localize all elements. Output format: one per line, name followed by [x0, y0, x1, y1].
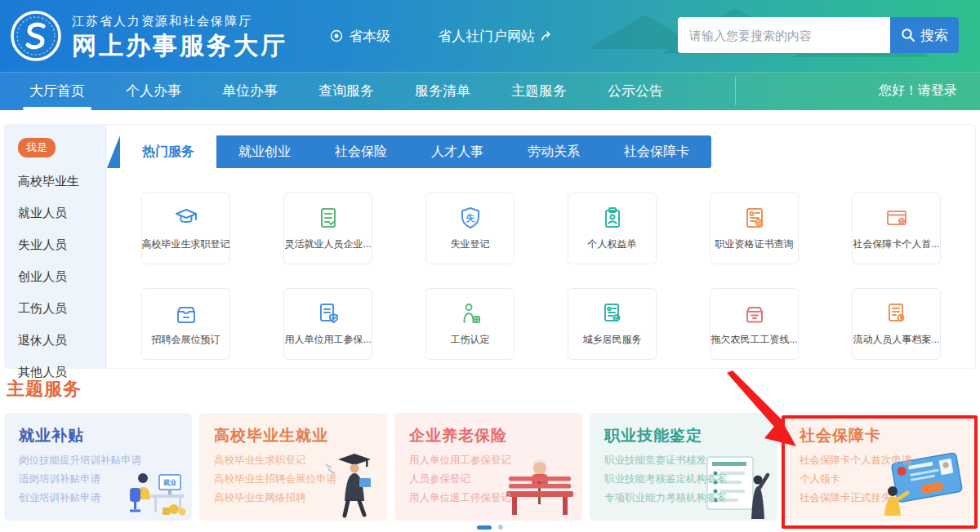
- service-card-job-fair-booth[interactable]: 招聘会展位预订: [141, 288, 230, 360]
- service-card-work-injury-determination[interactable]: 工伤认定: [425, 288, 514, 360]
- portal-site-link[interactable]: 省人社门户网站: [438, 27, 555, 46]
- role-sidebar: 我是 高校毕业生 就业人员 失业人员 创业人员 工伤人员 退休人员 其他人员: [5, 125, 107, 368]
- theme-card-link[interactable]: 创业培训补贴申请: [19, 491, 141, 505]
- theme-card-link[interactable]: 适岗培训补贴申请: [19, 472, 141, 486]
- theme-card-skill-appraisal[interactable]: 职业技能鉴定 职业技能竞赛证书核发 职业技能考核鉴定机构备案 专项职业能力考核机…: [590, 413, 777, 521]
- nav-item-service-list[interactable]: 服务清单: [403, 72, 482, 110]
- theme-card-link[interactable]: 社会保障卡个人首次申请: [800, 454, 922, 468]
- service-card-personal-rights-statement[interactable]: 个人权益单: [568, 193, 657, 264]
- theme-card-link[interactable]: 高校毕业生网络招聘: [214, 491, 336, 505]
- tab-talent[interactable]: 人才人事: [409, 135, 506, 168]
- service-card-personnel-archives[interactable]: 流动人员人事档案...: [852, 288, 941, 360]
- carousel-dot-active[interactable]: [477, 525, 492, 530]
- service-label: 用人单位用工参保...: [284, 333, 371, 347]
- theme-card-title: 高校毕业生就业: [214, 425, 387, 446]
- theme-card-link[interactable]: 高校毕业生招聘会展位申请: [214, 472, 336, 486]
- service-label: 拖欠农民工工资线...: [710, 333, 797, 347]
- external-link-icon: [541, 30, 555, 42]
- nav-item-query[interactable]: 查询服务: [307, 72, 385, 110]
- sidebar-item-unemployed[interactable]: 失业人员: [18, 237, 107, 253]
- service-card-employer-insurance[interactable]: 用人单位用工参保...: [283, 288, 372, 360]
- theme-card-link[interactable]: 专项职业能力考核机构备案: [604, 491, 727, 505]
- service-card-urban-rural-residents[interactable]: 城乡居民服务: [568, 288, 657, 360]
- service-label: 流动人员人事档案...: [853, 333, 939, 347]
- search-button[interactable]: 搜索: [890, 17, 959, 53]
- svg-text:就业: 就业: [163, 479, 177, 486]
- tab-social-insurance[interactable]: 社会保险: [313, 135, 409, 168]
- injured-person-icon: [458, 301, 483, 326]
- document-shield-icon: [316, 301, 341, 326]
- theme-card-link[interactable]: 用人单位用工参保登记: [409, 454, 532, 468]
- hrss-logo: [10, 10, 62, 62]
- wage-box-icon: [742, 301, 767, 326]
- nav-item-personal[interactable]: 个人办事: [114, 72, 193, 110]
- document-icon: [316, 206, 341, 230]
- theme-card-social-security-card[interactable]: 社会保障卡 社会保障卡个人首次申请 个人领卡 社会保障卡正式挂失: [785, 413, 973, 521]
- theme-card-title: 企业养老保险: [409, 425, 582, 446]
- org-name: 江苏省人力资源和社会保障厅: [72, 14, 287, 29]
- theme-card-title: 社会保障卡: [800, 425, 973, 446]
- service-card-flexible-employment[interactable]: 灵活就业人员企业...: [283, 193, 372, 264]
- service-card-wage-arrears-clue[interactable]: 拖欠农民工工资线...: [710, 288, 799, 360]
- theme-card-title: 就业补贴: [19, 425, 192, 446]
- page: 江苏省人力资源和社会保障厅 网上办事服务大厅 省本级 省人社门户网站: [0, 0, 980, 532]
- site-branding: 江苏省人力资源和社会保障厅 网上办事服务大厅: [72, 14, 287, 59]
- service-card-grid: 高校毕业生求职登记 灵活就业人员企业... 失 失业登记: [107, 193, 975, 360]
- theme-card-row: 就业补贴 岗位技能提升培训补贴申请 适岗培训补贴申请 创业培训补贴申请 就业 高…: [4, 413, 976, 521]
- resident-document-icon: [600, 301, 625, 326]
- theme-card-link[interactable]: 人员参保登记: [409, 472, 532, 486]
- service-card-social-card-first-apply[interactable]: 社会保障卡个人首...: [852, 193, 941, 264]
- graduation-cap-icon: [174, 206, 198, 230]
- portal-link-label: 省人社门户网站: [438, 27, 535, 46]
- login-link[interactable]: 您好！请登录: [879, 82, 957, 100]
- services-tab-area: 热门服务 就业创业 社会保险 人才人事 劳动关系 社会保障卡 高校毕业生求职登记: [107, 125, 975, 368]
- service-label: 个人权益单: [588, 237, 637, 251]
- theme-card-link[interactable]: 职业技能考核鉴定机构备案: [604, 472, 727, 486]
- sidebar-item-employed[interactable]: 就业人员: [18, 206, 107, 221]
- theme-card-enterprise-pension[interactable]: 企业养老保险 用人单位用工参保登记 人员参保登记 用人单位退工停保登记: [394, 413, 582, 521]
- search-input[interactable]: [678, 17, 890, 53]
- sidebar-item-work-injured[interactable]: 工伤人员: [18, 301, 107, 317]
- theme-card-link[interactable]: 高校毕业生求职登记: [214, 454, 336, 468]
- nav-item-announcements[interactable]: 公示公告: [596, 72, 675, 110]
- theme-card-title: 职业技能鉴定: [604, 425, 777, 446]
- employment-desk-illustration: 就业: [114, 459, 189, 519]
- region-label: 省本级: [349, 27, 390, 46]
- site-search: 搜索: [678, 17, 959, 53]
- header: 江苏省人力资源和社会保障厅 网上办事服务大厅 省本级 省人社门户网站: [0, 0, 980, 72]
- main-nav: 大厅首页 个人办事 单位办事 查询服务 服务清单 主题服务 公示公告 您好！请登…: [0, 72, 980, 110]
- carousel-dot[interactable]: [498, 525, 503, 530]
- archive-document-icon: [884, 301, 909, 326]
- service-card-graduate-job-registration[interactable]: 高校毕业生求职登记: [141, 193, 230, 264]
- theme-card-link[interactable]: 用人单位退工停保登记: [409, 491, 532, 505]
- sidebar-item-retired[interactable]: 退休人员: [18, 333, 107, 348]
- service-card-unemployment-registration[interactable]: 失 失业登记: [425, 193, 514, 264]
- service-card-certificate-query[interactable]: 职业资格证书查询: [710, 193, 799, 264]
- sidebar-item-graduate[interactable]: 高校毕业生: [18, 174, 107, 189]
- hot-services-panel: 我是 高校毕业生 就业人员 失业人员 创业人员 工伤人员 退休人员 其他人员 热…: [4, 124, 976, 369]
- services-tab-strip: 热门服务 就业创业 社会保险 人才人事 劳动关系 社会保障卡: [107, 135, 711, 168]
- nav-item-theme-services[interactable]: 主题服务: [500, 72, 578, 110]
- service-label: 高校毕业生求职登记: [142, 237, 230, 251]
- search-icon: [901, 28, 915, 42]
- theme-card-link[interactable]: 个人领卡: [800, 472, 922, 486]
- clipboard-icon: [600, 206, 625, 230]
- theme-card-employment-subsidy[interactable]: 就业补贴 岗位技能提升培训补贴申请 适岗培训补贴申请 创业培训补贴申请 就业: [4, 413, 192, 521]
- tab-social-security-card[interactable]: 社会保障卡: [602, 135, 711, 168]
- nav-item-employer[interactable]: 单位办事: [211, 72, 289, 110]
- theme-card-link[interactable]: 职业技能竞赛证书核发: [604, 454, 727, 468]
- nav-item-home[interactable]: 大厅首页: [18, 72, 96, 110]
- svg-text:失: 失: [466, 213, 475, 223]
- service-label: 社会保障卡个人首...: [853, 237, 939, 251]
- theme-card-graduate-employment[interactable]: 高校毕业生就业 高校毕业生求职登记 高校毕业生招聘会展位申请 高校毕业生网络招聘: [199, 413, 387, 521]
- theme-card-link[interactable]: 岗位技能提升培训补贴申请: [19, 454, 141, 468]
- tab-labor-relations[interactable]: 劳动关系: [506, 135, 602, 168]
- theme-card-link[interactable]: 社会保障卡正式挂失: [800, 491, 922, 505]
- tab-hot-services[interactable]: 热门服务: [120, 135, 216, 168]
- region-selector[interactable]: 省本级: [330, 27, 390, 46]
- nav-divider: [735, 77, 736, 105]
- booth-box-icon: [174, 301, 198, 326]
- tab-employment[interactable]: 就业创业: [216, 135, 313, 168]
- sidebar-item-entrepreneur[interactable]: 创业人员: [18, 269, 107, 285]
- carousel-dots: [0, 525, 980, 530]
